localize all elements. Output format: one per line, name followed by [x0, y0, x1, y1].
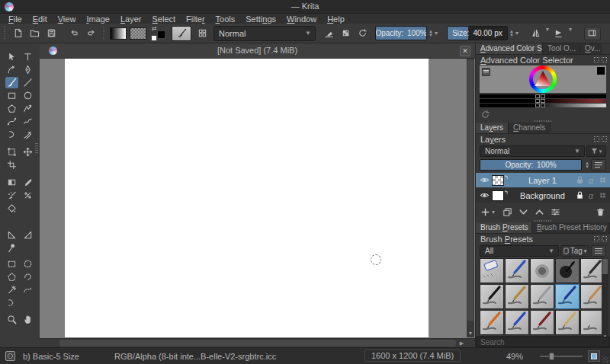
- tool-freehand-brush[interactable]: [5, 77, 18, 88]
- brush-preset-1[interactable]: [505, 258, 529, 283]
- tool-select-wand[interactable]: [5, 284, 18, 295]
- menu-file[interactable]: File: [3, 14, 27, 24]
- menu-tools[interactable]: Tools: [210, 14, 241, 24]
- close-docker-icon[interactable]: [602, 236, 607, 241]
- layer-visibility-icon[interactable]: [480, 175, 492, 185]
- last-color-swatch[interactable]: [597, 67, 605, 75]
- tool-rectangle[interactable]: [5, 90, 18, 101]
- layer-view-properties-button[interactable]: [591, 159, 606, 171]
- menu-window[interactable]: Window: [281, 14, 322, 24]
- menu-settings[interactable]: Settings: [240, 14, 281, 24]
- brush-editor-icon[interactable]: [177, 28, 187, 38]
- gradient-chooser[interactable]: [110, 27, 127, 40]
- menu-help[interactable]: Help: [322, 14, 350, 24]
- brush-preset-2[interactable]: [530, 258, 554, 283]
- layer-properties-button[interactable]: [551, 206, 560, 218]
- foreground-background-colors[interactable]: ⇄: [150, 26, 167, 41]
- tool-select-freehand[interactable]: [21, 271, 34, 283]
- canvas[interactable]: [65, 59, 429, 337]
- tool-measure[interactable]: [21, 229, 34, 241]
- close-docker-icon[interactable]: [602, 136, 607, 142]
- brush-preset-7[interactable]: [530, 284, 554, 309]
- menu-image[interactable]: Image: [81, 14, 115, 24]
- brush-preset-13[interactable]: [555, 310, 580, 335]
- layer-row-background[interactable]: ↰Backgroundα: [476, 188, 610, 203]
- layer-blending-mode-dropdown[interactable]: Normal ▼: [480, 145, 585, 157]
- move-layer-down-button[interactable]: [518, 206, 528, 218]
- tool-multibrush[interactable]: [21, 129, 34, 140]
- preset-search-input[interactable]: [476, 337, 610, 347]
- foreground-color-swatch[interactable]: [157, 30, 165, 39]
- tab-advanced-color-s-[interactable]: Advanced Color S...: [476, 43, 543, 54]
- color-selector-settings-icon[interactable]: [482, 68, 490, 76]
- tool-move[interactable]: [21, 146, 34, 158]
- document-close-button[interactable]: ✕: [460, 46, 470, 56]
- zoom-slider[interactable]: [540, 356, 583, 357]
- alpha-lock-icon[interactable]: α: [586, 191, 596, 200]
- selection-mode-icon[interactable]: [5, 351, 15, 361]
- toolbar-drag-handle[interactable]: [101, 27, 106, 40]
- choose-brush-preset-button[interactable]: [194, 26, 210, 41]
- float-docker-icon[interactable]: [594, 57, 599, 62]
- advanced-color-selector[interactable]: [480, 65, 606, 93]
- tool-polygon[interactable]: [5, 103, 18, 114]
- tool-calligraphy[interactable]: [21, 64, 34, 75]
- tool-assistants[interactable]: [5, 229, 18, 241]
- undo-icon[interactable]: [66, 26, 82, 41]
- tool-crop[interactable]: [5, 159, 18, 171]
- zoom-slider-handle[interactable]: [549, 353, 554, 360]
- menu-filter[interactable]: Filter: [181, 14, 210, 24]
- size-slider[interactable]: Size:40.00 px: [447, 26, 508, 40]
- brush-editor-button[interactable]: [172, 26, 191, 41]
- scrollbar-thumb[interactable]: [602, 259, 608, 274]
- layer-row-layer-1[interactable]: ↰Layer 1α: [476, 173, 610, 187]
- hue-ring[interactable]: [529, 65, 557, 93]
- chevron-down-icon[interactable]: ▾: [435, 30, 438, 37]
- reload-icon[interactable]: [354, 26, 371, 41]
- scrollbar-thumb[interactable]: [467, 59, 474, 321]
- brush-preset-0[interactable]: [480, 258, 504, 283]
- chevron-down-icon[interactable]: ▾: [515, 30, 518, 37]
- size-spinner[interactable]: ▲▼: [509, 30, 514, 37]
- tool-polyline[interactable]: [21, 103, 34, 114]
- menu-select[interactable]: Select: [147, 14, 181, 24]
- layer-filter-button[interactable]: ▾: [586, 145, 606, 157]
- tool-transform[interactable]: [5, 146, 18, 158]
- tool-fill[interactable]: [5, 203, 18, 214]
- inherit-alpha-icon[interactable]: [598, 175, 607, 185]
- menu-layer[interactable]: Layer: [115, 14, 147, 24]
- layer-thumbnail[interactable]: [492, 190, 504, 201]
- mirror-vertical-icon[interactable]: [551, 26, 567, 41]
- brush-preset-8[interactable]: [555, 284, 580, 309]
- toolbar-drag-handle[interactable]: [2, 27, 7, 40]
- save-icon[interactable]: [43, 26, 59, 41]
- menu-edit[interactable]: Edit: [27, 14, 53, 24]
- scroll-down-icon[interactable]: ▼: [467, 329, 474, 337]
- tool-reference-images[interactable]: [5, 242, 18, 254]
- layer-lock-icon[interactable]: [575, 175, 584, 185]
- preset-filter-dropdown[interactable]: All ▼: [480, 245, 559, 257]
- toolbox-splitter-handle[interactable]: [35, 143, 38, 154]
- brush-presets-grid-icon[interactable]: [197, 28, 207, 38]
- workspace-icon[interactable]: [587, 28, 597, 38]
- tool-gradient[interactable]: [5, 177, 18, 188]
- eraser-icon[interactable]: [320, 26, 337, 41]
- brush-preset-5[interactable]: [480, 284, 504, 309]
- brush-preset-10[interactable]: [480, 310, 504, 335]
- tool-line[interactable]: [21, 77, 34, 88]
- brush-preset-3[interactable]: [555, 258, 580, 283]
- delete-layer-button[interactable]: [596, 206, 605, 218]
- color-history-swatches[interactable]: [535, 94, 546, 109]
- new-doc-icon[interactable]: [9, 26, 26, 41]
- canvas-only-mode-button[interactable]: [588, 350, 600, 362]
- tab-brush-presets[interactable]: Brush Presets: [476, 222, 532, 233]
- tab-channels[interactable]: Channels: [509, 123, 551, 133]
- swap-colors-icon[interactable]: ⇄: [152, 26, 157, 32]
- refresh-colors-icon[interactable]: [480, 110, 491, 120]
- add-layer-button[interactable]: [480, 206, 490, 218]
- zoom-percentage[interactable]: 49%: [506, 352, 523, 361]
- tab-layers[interactable]: Layers: [476, 123, 509, 133]
- window-resize-grip[interactable]: [602, 356, 608, 362]
- redo-icon[interactable]: [82, 26, 99, 41]
- duplicate-layer-button[interactable]: [502, 206, 512, 218]
